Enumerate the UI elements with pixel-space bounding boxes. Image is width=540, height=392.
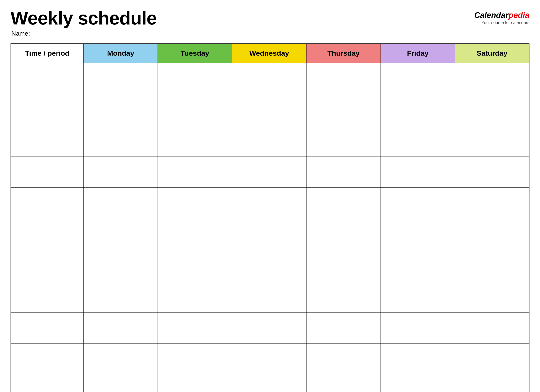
table-cell[interactable] [232,343,306,375]
table-cell[interactable] [232,125,306,156]
table-cell[interactable] [381,281,455,312]
header-wednesday: Wednesday [232,44,306,63]
table-cell[interactable] [381,343,455,375]
table-cell[interactable] [381,125,455,156]
table-cell[interactable] [455,281,529,312]
table-cell[interactable] [11,219,84,250]
logo-subtitle: Your source for calendars [474,20,530,25]
logo-calendar: Calendar [474,11,509,20]
table-cell[interactable] [455,63,529,94]
table-cell[interactable] [84,188,158,219]
table-cell[interactable] [11,125,84,156]
table-row [11,156,529,188]
table-cell[interactable] [381,188,455,219]
table-cell[interactable] [381,375,455,392]
table-cell[interactable] [158,63,232,94]
table-cell[interactable] [381,94,455,125]
table-cell[interactable] [158,125,232,156]
table-cell[interactable] [158,156,232,188]
table-cell[interactable] [381,63,455,94]
table-cell[interactable] [11,375,84,392]
table-cell[interactable] [381,219,455,250]
table-cell[interactable] [455,156,529,188]
table-cell[interactable] [158,343,232,375]
table-cell[interactable] [84,343,158,375]
table-row [11,250,529,281]
table-cell[interactable] [11,94,84,125]
table-cell[interactable] [11,312,84,343]
table-cell[interactable] [11,156,84,188]
table-cell[interactable] [11,188,84,219]
table-row [11,63,529,94]
table-cell[interactable] [455,125,529,156]
table-cell[interactable] [232,375,306,392]
table-cell[interactable] [455,219,529,250]
table-cell[interactable] [306,343,380,375]
header-tuesday: Tuesday [158,44,232,63]
table-cell[interactable] [84,125,158,156]
table-cell[interactable] [84,250,158,281]
table-cell[interactable] [455,94,529,125]
table-cell[interactable] [232,94,306,125]
table-cell[interactable] [306,250,380,281]
table-cell[interactable] [232,250,306,281]
table-cell[interactable] [306,281,380,312]
page-title: Weekly schedule [10,8,157,28]
header-saturday: Saturday [455,44,529,63]
table-cell[interactable] [306,63,380,94]
table-cell[interactable] [381,156,455,188]
table-cell[interactable] [232,63,306,94]
logo-pedia: pedia [509,11,530,20]
table-cell[interactable] [455,250,529,281]
table-cell[interactable] [84,312,158,343]
table-cell[interactable] [381,312,455,343]
table-cell[interactable] [11,343,84,375]
table-cell[interactable] [158,219,232,250]
table-cell[interactable] [84,219,158,250]
table-cell[interactable] [306,375,380,392]
table-cell[interactable] [158,375,232,392]
table-row [11,94,529,125]
table-cell[interactable] [84,156,158,188]
table-cell[interactable] [306,219,380,250]
table-cell[interactable] [232,281,306,312]
table-cell[interactable] [306,312,380,343]
header-time: Time / period [11,44,84,63]
table-cell[interactable] [158,312,232,343]
table-row [11,125,529,156]
table-cell[interactable] [306,156,380,188]
name-label: Name: [11,30,157,37]
logo-text: Calendarpedia [474,10,530,20]
table-cell[interactable] [158,281,232,312]
table-cell[interactable] [84,94,158,125]
table-cell[interactable] [306,94,380,125]
table-row [11,281,529,312]
table-cell[interactable] [306,125,380,156]
table-cell[interactable] [11,63,84,94]
table-cell[interactable] [158,188,232,219]
table-cell[interactable] [232,156,306,188]
header-thursday: Thursday [306,44,380,63]
table-cell[interactable] [306,188,380,219]
table-cell[interactable] [381,250,455,281]
table-cell[interactable] [232,188,306,219]
table-cell[interactable] [455,343,529,375]
table-cell[interactable] [455,375,529,392]
table-row [11,375,529,392]
table-row [11,312,529,343]
header-friday: Friday [381,44,455,63]
table-cell[interactable] [232,219,306,250]
header: Weekly schedule Name: Calendarpedia Your… [10,8,530,37]
table-cell[interactable] [11,281,84,312]
table-cell[interactable] [11,250,84,281]
table-cell[interactable] [232,312,306,343]
table-cell[interactable] [158,250,232,281]
table-cell[interactable] [455,188,529,219]
logo-area: Calendarpedia Your source for calendars [474,8,530,25]
table-row [11,188,529,219]
table-cell[interactable] [84,63,158,94]
table-cell[interactable] [84,281,158,312]
table-cell[interactable] [455,312,529,343]
table-cell[interactable] [84,375,158,392]
table-cell[interactable] [158,94,232,125]
